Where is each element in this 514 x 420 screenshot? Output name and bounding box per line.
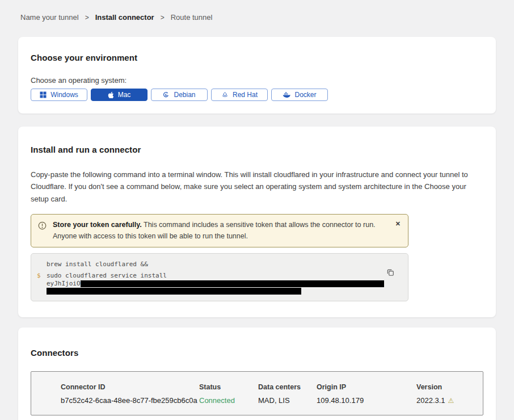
install-card-title: Install and run a connector	[31, 145, 483, 154]
token-line: eyJhIjoiO	[47, 280, 399, 287]
install-command-codeblock: brew install cloudflared && $ sudo cloud…	[31, 253, 408, 301]
redhat-icon	[221, 91, 229, 98]
environment-card-title: Choose your environment	[31, 53, 483, 62]
redacted-token-bar	[81, 280, 384, 287]
breadcrumb-separator: >	[161, 14, 165, 22]
os-button-label: Docker	[294, 91, 316, 99]
os-button-label: Red Hat	[233, 91, 258, 99]
apple-icon	[108, 91, 114, 99]
data-centers-value: MAD, LIS	[258, 396, 317, 405]
redacted-token-bar	[47, 288, 301, 295]
column-header-origin-ip: Origin IP	[317, 383, 416, 391]
environment-card: Choose your environment Choose an operat…	[18, 37, 496, 114]
version-cell: 2022.3.1 ⚠	[416, 396, 474, 405]
os-select-label: Choose an operating system:	[31, 76, 483, 85]
origin-ip-value: 109.48.10.179	[317, 396, 416, 405]
install-description: Copy-paste the following command into a …	[31, 169, 483, 205]
install-card: Install and run a connector Copy-paste t…	[18, 127, 496, 317]
os-button-label: Debian	[174, 91, 195, 99]
warning-triangle-icon: ⚠	[448, 397, 454, 405]
close-icon[interactable]: ✕	[395, 220, 401, 228]
os-button-label: Windows	[50, 91, 78, 99]
warning-lead-text: Store your token carefully.	[53, 221, 142, 229]
connectors-card: Connectors Connector ID Status Data cent…	[18, 327, 496, 420]
windows-icon	[40, 91, 47, 98]
os-button-debian[interactable]: Debian	[151, 89, 208, 101]
connectors-table: Connector ID Status Data centers Origin …	[31, 371, 483, 415]
token-prefix-text: eyJhIjoiO	[47, 280, 81, 287]
breadcrumb: Name your tunnel > Install connector > R…	[0, 0, 514, 22]
debian-icon	[163, 91, 170, 98]
column-header-version: Version	[416, 383, 474, 391]
connector-id-value: b7c52c42-6caa-48ee-8c77-fbe259cb6c0a	[61, 396, 199, 405]
column-header-connector-id: Connector ID	[61, 383, 199, 391]
breadcrumb-step-route-tunnel[interactable]: Route tunnel	[171, 13, 213, 22]
code-line-brew: brew install cloudflared &&	[47, 260, 399, 269]
code-line-service-install: sudo cloudflared service install	[47, 271, 399, 280]
docker-icon	[283, 91, 290, 98]
column-header-data-centers: Data centers	[258, 383, 317, 391]
shell-prompt: $	[37, 272, 41, 279]
connectors-card-title: Connectors	[31, 348, 483, 358]
os-button-redhat[interactable]: Red Hat	[211, 89, 268, 101]
token-warning-banner: Store your token carefully. This command…	[31, 214, 408, 247]
copy-icon[interactable]	[386, 268, 394, 278]
os-button-windows[interactable]: Windows	[31, 89, 87, 101]
os-button-docker[interactable]: Docker	[271, 89, 328, 101]
version-value: 2022.3.1	[416, 396, 445, 405]
alert-circle-icon	[38, 221, 47, 233]
column-header-status: Status	[199, 383, 258, 391]
table-row: b7c52c42-6caa-48ee-8c77-fbe259cb6c0a Con…	[61, 396, 474, 405]
status-badge: Connected	[199, 396, 258, 405]
breadcrumb-step-install-connector[interactable]: Install connector	[95, 13, 154, 22]
connectors-table-header: Connector ID Status Data centers Origin …	[61, 383, 474, 391]
os-button-mac[interactable]: Mac	[91, 89, 148, 101]
os-button-group: Windows Mac Debian Red Hat Docker	[31, 89, 483, 101]
os-button-label: Mac	[118, 91, 131, 99]
breadcrumb-separator: >	[85, 14, 89, 22]
breadcrumb-step-name-tunnel[interactable]: Name your tunnel	[20, 13, 79, 22]
